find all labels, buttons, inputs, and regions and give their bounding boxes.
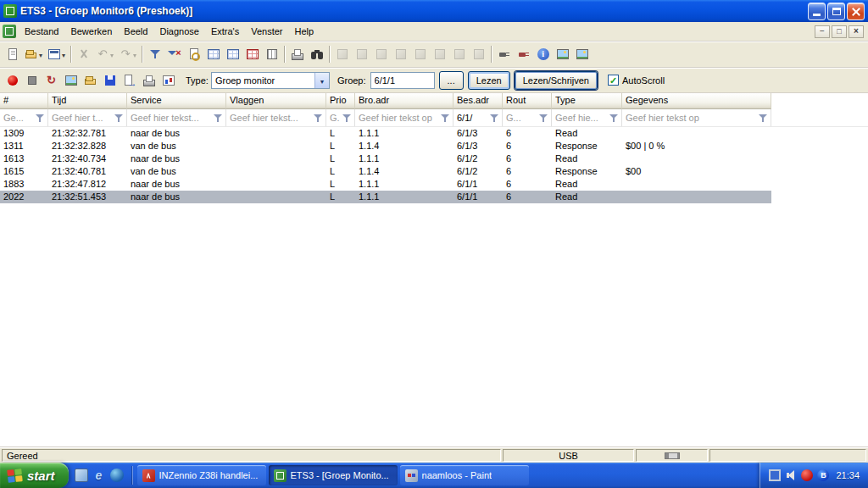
table-row[interactable]: 161521:32:40.781van de busL1.1.46/1/26Re… — [0, 165, 771, 178]
stop-button[interactable] — [22, 70, 42, 91]
filter-button-gegevens[interactable] — [758, 113, 769, 124]
filter-button-rout[interactable] — [538, 113, 549, 124]
type-combobox[interactable]: Groep monitor — [211, 72, 330, 89]
filter-button-tijd[interactable] — [114, 113, 125, 124]
connect-button[interactable] — [494, 44, 514, 64]
column-header-tijd[interactable]: Tijd — [48, 93, 127, 109]
table-row[interactable]: 131121:32:32.828van de busL1.1.46/1/36Re… — [0, 140, 771, 152]
filter-button-vlaggen[interactable] — [313, 113, 324, 124]
filter-button-bro-adr[interactable] — [440, 113, 451, 124]
menu-extras[interactable]: Extra's — [205, 24, 245, 39]
volume-icon[interactable] — [785, 469, 797, 481]
open-file-button[interactable] — [81, 70, 100, 91]
binoculars-button[interactable] — [307, 44, 326, 64]
cell-tijd: 21:32:40.734 — [48, 152, 127, 165]
image-editor-button[interactable] — [572, 44, 592, 64]
table-row[interactable]: 161321:32:40.734naar de busL1.1.16/1/26R… — [0, 152, 771, 165]
mdi-restore-button[interactable] — [832, 25, 847, 38]
lezen-button[interactable]: Lezen — [468, 71, 510, 90]
display-icon[interactable] — [769, 469, 781, 481]
lezen-schrijven-button[interactable]: Lezen/Schrijven — [515, 71, 598, 90]
filter-cell-bes-adr[interactable]: 6/1/ — [453, 109, 503, 126]
combobox-dropdown-button[interactable] — [314, 73, 329, 88]
clear-filter-button[interactable] — [164, 44, 184, 64]
snapshot-button[interactable] — [61, 70, 81, 91]
filter-button-type[interactable] — [609, 113, 620, 124]
menu-diagnose[interactable]: Diagnose — [153, 24, 204, 39]
filter-cell-num[interactable]: Ge... — [0, 109, 48, 126]
filter-cell-prio[interactable]: G... — [326, 109, 355, 126]
detail-view-button[interactable] — [223, 44, 242, 64]
column-header-service[interactable]: Service — [127, 93, 226, 109]
remove-hardware-icon[interactable] — [801, 469, 813, 481]
column-header-vlaggen[interactable]: Vlaggen — [226, 93, 326, 109]
buildings-view-icon — [336, 47, 349, 61]
close-button[interactable] — [847, 3, 865, 20]
filter-cell-bro-adr[interactable]: Geef hier tekst op — [355, 109, 453, 126]
menu-help[interactable]: Help — [289, 24, 320, 39]
cell-num: 1883 — [0, 178, 48, 191]
reconnect-button[interactable] — [42, 70, 61, 91]
info-button[interactable] — [533, 44, 553, 64]
open-folder-button[interactable] — [22, 44, 45, 64]
table-row[interactable]: 188321:32:47.812naar de busL1.1.16/1/16R… — [0, 178, 771, 191]
restore-button[interactable] — [827, 3, 845, 20]
filter-cell-rout[interactable]: G... — [503, 109, 552, 126]
menu-bewerken[interactable]: Bewerken — [64, 24, 118, 39]
table-view-button[interactable] — [203, 44, 223, 64]
save-button[interactable] — [100, 70, 120, 91]
cell-tijd: 21:32:32.828 — [48, 140, 127, 152]
taskbar-button-2[interactable]: ETS3 - [Groep Monito... — [269, 465, 398, 485]
filter-button-bes-adr[interactable] — [489, 113, 500, 124]
filter-button-service[interactable] — [213, 113, 224, 124]
column-header-type[interactable]: Type — [552, 93, 622, 109]
print-button[interactable] — [287, 44, 307, 64]
window-layout-button[interactable] — [45, 44, 68, 64]
filter-cell-service[interactable]: Geef hier tekst... — [127, 109, 226, 126]
cell-vlaggen — [226, 178, 326, 191]
column-header-bes-adr[interactable]: Bes.adr — [453, 93, 503, 109]
grid-red-button[interactable] — [242, 44, 262, 64]
bluetooth-icon[interactable] — [817, 469, 829, 481]
minimize-button[interactable] — [808, 3, 826, 20]
taskbar-button-1[interactable]: INZennio Z38i handlei... — [137, 465, 266, 485]
media-player-icon[interactable] — [110, 469, 124, 482]
start-button[interactable]: start — [0, 463, 69, 488]
find-in-page-button[interactable] — [184, 44, 203, 64]
filter-cell-tijd[interactable]: Geef hier t... — [48, 109, 127, 126]
columns-view-icon — [265, 47, 279, 61]
table-row[interactable]: 130921:32:32.781naar de busL1.1.16/1/36R… — [0, 127, 771, 140]
filter-button-prio[interactable] — [342, 113, 353, 124]
filter-button-num[interactable] — [35, 113, 46, 124]
internet-explorer-icon[interactable] — [92, 469, 106, 482]
filter-cell-gegevens[interactable]: Geef hier tekst op — [622, 109, 771, 126]
group-address-input[interactable] — [370, 72, 435, 89]
columns-view-button[interactable] — [262, 44, 281, 64]
export-button[interactable] — [120, 70, 139, 91]
image-viewer-button[interactable] — [553, 44, 572, 64]
mdi-minimize-button[interactable] — [815, 25, 830, 38]
column-header-num[interactable]: # — [0, 93, 48, 109]
column-header-prio[interactable]: Prio — [326, 93, 355, 109]
mdi-close-button[interactable] — [849, 25, 864, 38]
menu-venster[interactable]: Venster — [245, 24, 288, 39]
taskbar-button-3[interactable]: naamloos - Paint — [400, 465, 529, 485]
browse-button[interactable]: ... — [439, 71, 464, 90]
disconnect-button[interactable] — [514, 44, 533, 64]
new-document-button[interactable] — [3, 44, 22, 64]
menu-beeld[interactable]: Beeld — [118, 24, 153, 39]
menu-bestand[interactable]: Bestand — [19, 24, 64, 39]
statistics-button[interactable] — [159, 70, 178, 91]
table-row[interactable]: 202221:32:51.453naar de busL1.1.16/1/16R… — [0, 191, 771, 203]
filter-button[interactable] — [145, 44, 164, 64]
print-list-button[interactable] — [139, 70, 159, 91]
show-desktop-icon[interactable] — [75, 469, 88, 482]
filter-cell-vlaggen[interactable]: Geef hier tekst... — [226, 109, 326, 126]
column-header-gegevens[interactable]: Gegevens — [622, 93, 771, 109]
column-header-rout[interactable]: Rout — [503, 93, 552, 109]
autoscroll-checkbox[interactable]: AutoScroll — [608, 75, 665, 86]
filter-cell-type[interactable]: Geef hie... — [552, 109, 622, 126]
record-button[interactable] — [3, 70, 22, 91]
cell-gegevens — [622, 127, 771, 140]
column-header-bro-adr[interactable]: Bro.adr — [355, 93, 453, 109]
